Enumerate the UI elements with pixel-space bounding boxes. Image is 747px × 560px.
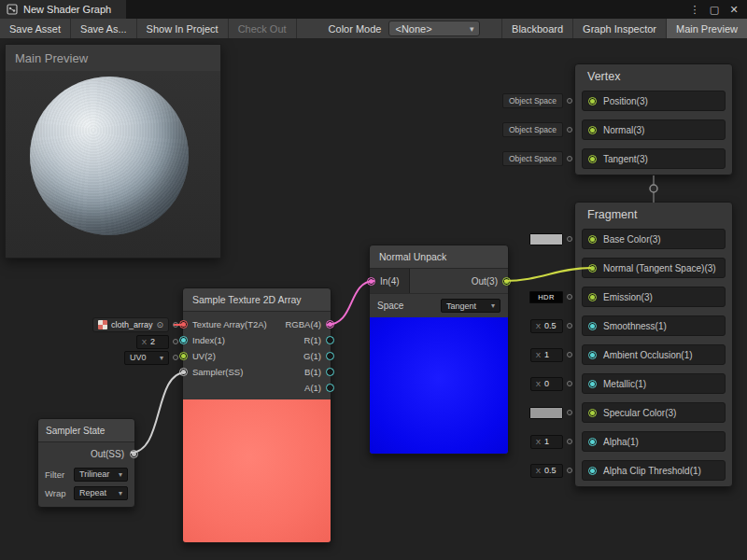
chevron-down-icon: ▾ bbox=[160, 354, 163, 362]
out3-port[interactable] bbox=[502, 277, 511, 286]
graph-canvas[interactable]: Main Preview Vertex Position(3) Normal(3… bbox=[0, 39, 747, 560]
alpha-clip-value[interactable]: 0.5 bbox=[544, 466, 557, 475]
index-port[interactable] bbox=[179, 336, 188, 344]
sample-texture-header[interactable]: Sample Texture 2D Array bbox=[183, 288, 331, 312]
sampler-port[interactable] bbox=[179, 368, 188, 376]
uv-port[interactable] bbox=[179, 352, 188, 360]
object-space-pill[interactable]: Object Space bbox=[502, 151, 563, 166]
space-dropdown[interactable]: Tangent ▾ bbox=[441, 299, 500, 313]
window-controls: ⋮ ▢ ✕ bbox=[686, 0, 747, 19]
ambient-occlusion-field[interactable]: X 1 bbox=[530, 348, 563, 362]
x-axis-label: X bbox=[536, 380, 541, 388]
index-value[interactable]: 2 bbox=[150, 337, 163, 346]
in4-port[interactable] bbox=[367, 277, 375, 286]
metallic-value[interactable]: 0 bbox=[544, 379, 557, 388]
vertex-row-position[interactable]: Position(3) bbox=[582, 91, 726, 111]
specular-color-port[interactable] bbox=[588, 409, 597, 417]
specular-color-swatch[interactable] bbox=[529, 407, 563, 419]
uv-channel-value: UV0 bbox=[130, 353, 147, 362]
close-button[interactable]: ✕ bbox=[726, 2, 742, 17]
toolbar-right: Blackboard Graph Inspector Main Preview bbox=[501, 19, 747, 38]
alpha-field[interactable]: X 1 bbox=[530, 435, 563, 449]
connector-dot bbox=[567, 156, 572, 161]
shader-graph-window: New Shader Graph ⋮ ▢ ✕ Save Asset Save A… bbox=[0, 0, 747, 560]
vertex-normal-port[interactable] bbox=[588, 126, 597, 134]
fragment-row-alpha-clip[interactable]: Alpha Clip Threshold(1) bbox=[582, 460, 726, 481]
vertex-tangent-port[interactable] bbox=[588, 155, 597, 163]
index-field[interactable]: X 2 bbox=[136, 335, 169, 349]
a-port[interactable] bbox=[326, 384, 334, 392]
metallic-port[interactable] bbox=[588, 380, 597, 388]
show-in-project-button[interactable]: Show In Project bbox=[137, 19, 229, 38]
save-as-button[interactable]: Save As... bbox=[71, 19, 137, 38]
document-tab[interactable]: New Shader Graph bbox=[0, 0, 126, 19]
emission-port[interactable] bbox=[588, 293, 597, 301]
fragment-row-smoothness[interactable]: Smoothness(1) bbox=[582, 315, 726, 336]
vertex-node-title: Vertex bbox=[575, 64, 732, 87]
blackboard-toggle-button[interactable]: Blackboard bbox=[501, 19, 572, 38]
alpha-value[interactable]: 1 bbox=[544, 437, 557, 446]
connector-dot bbox=[567, 98, 572, 104]
fragment-row-alpha[interactable]: Alpha(1) bbox=[582, 431, 726, 452]
metallic-field[interactable]: X 0 bbox=[530, 377, 563, 391]
emission-hdr-swatch[interactable]: HDR bbox=[529, 291, 563, 303]
vertex-row-tangent[interactable]: Tangent(3) bbox=[582, 148, 726, 169]
fragment-row-emission[interactable]: Emission(3) bbox=[582, 287, 726, 307]
smoothness-port[interactable] bbox=[588, 322, 597, 330]
normal-unpack-header[interactable]: Normal Unpack bbox=[370, 245, 508, 269]
smoothness-value[interactable]: 0.5 bbox=[544, 321, 557, 330]
g-label: G(1) bbox=[303, 351, 321, 361]
alpha-port[interactable] bbox=[588, 438, 597, 446]
save-asset-button[interactable]: Save Asset bbox=[0, 19, 71, 38]
ambient-occlusion-port[interactable] bbox=[588, 351, 597, 359]
sampler-state-node[interactable]: Sampler State Out(SS) Filter Trilinear ▾… bbox=[37, 418, 135, 508]
normal-unpack-node[interactable]: Normal Unpack In(4) Out(3) Space Tangent… bbox=[369, 245, 509, 455]
connector-dot bbox=[567, 294, 572, 300]
uv-channel-dropdown[interactable]: UV0 ▾ bbox=[124, 351, 169, 365]
alpha-default: X 1 bbox=[530, 434, 572, 449]
sample-texture-inputs: Texture Array(T2A) Index(1) UV(2) Sample… bbox=[187, 316, 267, 396]
texture-array-port[interactable] bbox=[179, 320, 188, 329]
fragment-row-ambient-occlusion[interactable]: Ambient Occlusion(1) bbox=[582, 344, 726, 365]
main-preview-toggle-button[interactable]: Main Preview bbox=[666, 19, 747, 38]
main-preview-header[interactable]: Main Preview bbox=[6, 45, 220, 71]
normal-unpack-space-row: Space Tangent ▾ bbox=[370, 293, 508, 317]
object-picker-icon[interactable]: ⊙ bbox=[156, 320, 163, 329]
r-port[interactable] bbox=[326, 336, 334, 344]
index-label: Index(1) bbox=[192, 335, 225, 345]
fragment-row-specular-color[interactable]: Specular Color(3) bbox=[582, 402, 726, 423]
object-space-pill[interactable]: Object Space bbox=[502, 122, 563, 137]
fragment-row-metallic[interactable]: Metallic(1) bbox=[582, 373, 726, 394]
vertex-position-port[interactable] bbox=[588, 97, 597, 105]
chevron-down-icon: ▾ bbox=[491, 301, 495, 310]
normal-tangent-port[interactable] bbox=[588, 264, 597, 273]
window-menu-button[interactable]: ⋮ bbox=[686, 2, 703, 17]
b-port[interactable] bbox=[326, 368, 334, 376]
fragment-node[interactable]: Fragment Base Color(3) Normal (Tangent S… bbox=[574, 202, 733, 487]
sampler-state-title: Sampler State bbox=[46, 426, 105, 436]
color-mode-dropdown[interactable]: <None> ▾ bbox=[388, 21, 480, 36]
vertex-node[interactable]: Vertex Position(3) Normal(3) Tangent(3) bbox=[574, 63, 733, 175]
smoothness-field[interactable]: X 0.5 bbox=[530, 319, 563, 333]
filter-dropdown[interactable]: Trilinear ▾ bbox=[74, 468, 128, 482]
alpha-clip-port[interactable] bbox=[588, 467, 597, 475]
base-color-port[interactable] bbox=[588, 235, 597, 244]
base-color-swatch[interactable] bbox=[529, 233, 563, 245]
alpha-clip-field[interactable]: X 0.5 bbox=[530, 464, 563, 478]
vertex-row-normal[interactable]: Normal(3) bbox=[582, 119, 726, 140]
wrap-dropdown[interactable]: Repeat ▾ bbox=[74, 486, 128, 500]
sample-texture-2d-array-node[interactable]: Sample Texture 2D Array Texture Array(T2… bbox=[182, 287, 331, 543]
cloth-array-property[interactable]: cloth_array ⊙ bbox=[92, 317, 169, 332]
ambient-occlusion-value[interactable]: 1 bbox=[544, 350, 557, 359]
rgba-port[interactable] bbox=[326, 320, 334, 329]
sampler-state-header[interactable]: Sampler State bbox=[38, 419, 134, 442]
base-color-label: Base Color(3) bbox=[603, 234, 661, 245]
sample-texture-io: Texture Array(T2A) Index(1) UV(2) Sample… bbox=[183, 312, 331, 399]
object-space-pill[interactable]: Object Space bbox=[502, 93, 563, 108]
fragment-row-normal[interactable]: Normal (Tangent Space)(3) bbox=[582, 258, 726, 278]
maximize-button[interactable]: ▢ bbox=[706, 2, 723, 17]
graph-inspector-toggle-button[interactable]: Graph Inspector bbox=[572, 19, 666, 38]
out-ss-port[interactable] bbox=[130, 450, 138, 458]
fragment-row-base-color[interactable]: Base Color(3) bbox=[582, 229, 726, 249]
g-port[interactable] bbox=[326, 352, 334, 360]
